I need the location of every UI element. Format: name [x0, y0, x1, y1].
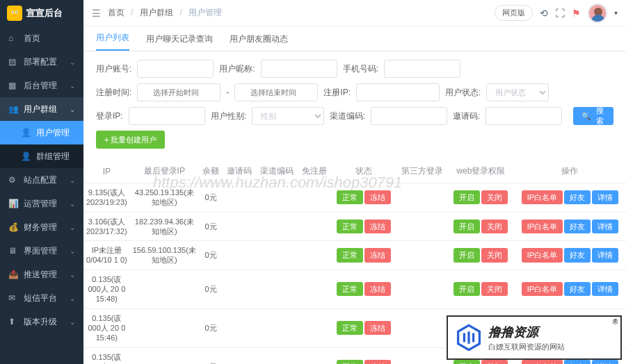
refresh-icon[interactable]: ⟲	[540, 8, 548, 19]
ipwhite-button[interactable]: IP白名单	[522, 248, 563, 262]
chevron-down-icon: ⌄	[70, 318, 75, 326]
sidebar-item-backend[interactable]: ▦后台管理⌄	[0, 74, 83, 97]
friends-button[interactable]: 好友	[564, 360, 591, 364]
account-input[interactable]	[137, 60, 214, 78]
phone-label: 手机号码:	[343, 63, 378, 75]
invite-label: 邀请码:	[453, 110, 480, 122]
breadcrumb-home[interactable]: 首页	[108, 8, 125, 17]
nickname-input[interactable]	[261, 60, 337, 78]
status-normal-button[interactable]: 正常	[337, 220, 363, 233]
regip-input[interactable]	[356, 83, 440, 101]
column-header: 邀请码	[223, 160, 255, 183]
webperm-off-button[interactable]: 关闭	[481, 190, 508, 204]
nickname-label: 用户昵称:	[219, 63, 255, 75]
status-normal-button[interactable]: 正常	[337, 360, 363, 364]
brand-text: 宣宣后台	[26, 7, 63, 19]
end-date-input[interactable]	[234, 83, 318, 101]
webperm-on-button[interactable]: 开启	[454, 360, 480, 364]
avatar-chevron-icon[interactable]: ▾	[614, 9, 618, 17]
tab[interactable]: 用户列表	[96, 26, 129, 51]
chevron-down-icon: ⌄	[70, 58, 75, 66]
sidebar-item-ui[interactable]: 🖥界面管理⌄	[0, 239, 83, 263]
status-freeze-button[interactable]: 冻结	[364, 220, 391, 233]
sidebar-item-home[interactable]: ⌂首页	[0, 26, 83, 50]
search-icon: 🔍	[581, 112, 591, 121]
friends-button[interactable]: 好友	[564, 248, 591, 262]
detail-button[interactable]: 详情	[592, 248, 618, 262]
sidebar-item-site[interactable]: ⚙站点配置⌄	[0, 168, 83, 192]
webperm-on-button[interactable]: 开启	[454, 190, 480, 204]
table-row: IP未注册 0/04/10 1 0)156.59.100.135(未知地区)0元…	[83, 241, 626, 270]
status-normal-button[interactable]: 正常	[337, 248, 363, 262]
footer-logo-icon	[454, 322, 484, 353]
webperm-on-button[interactable]: 开启	[454, 282, 480, 296]
tab[interactable]: 用户聊天记录查询	[146, 28, 213, 51]
ipwhite-button[interactable]: IP白名单	[522, 220, 563, 233]
tabs: 用户列表用户聊天记录查询用户朋友圈动态	[83, 26, 626, 51]
collapse-icon[interactable]: ☰	[92, 8, 101, 19]
sidebar-item-users[interactable]: 👥用户群组⌄	[0, 97, 83, 121]
column-header: 状态	[331, 160, 397, 183]
svg-point-2	[13, 12, 14, 13]
gender-select[interactable]: 性别	[252, 107, 324, 125]
webperm-off-button[interactable]: 关闭	[481, 220, 508, 233]
start-date-input[interactable]	[137, 83, 220, 101]
friends-button[interactable]: 好友	[564, 190, 591, 204]
ipwhite-button[interactable]: IP白名单	[522, 190, 563, 204]
sidebar: 宣宣后台 ⌂首页▤部署配置⌄▦后台管理⌄👥用户群组⌄👤用户管理👤群组管理⚙站点配…	[0, 0, 83, 364]
status-freeze-button[interactable]: 冻结	[364, 248, 391, 262]
column-header: web登录权限	[448, 160, 514, 183]
reg-mark: ®	[613, 318, 618, 326]
svg-point-3	[16, 12, 17, 13]
search-button[interactable]: 🔍搜索	[573, 107, 613, 125]
friends-button[interactable]: 好友	[564, 220, 591, 233]
status-normal-button[interactable]: 正常	[337, 321, 363, 335]
ui-icon: 🖥	[8, 246, 18, 256]
filter-panel: 用户账号: 用户昵称: 手机号码: 注册时间: - 注册IP: 用户状态: 用户…	[83, 51, 626, 160]
detail-button[interactable]: 详情	[592, 190, 618, 204]
status-label: 用户状态:	[445, 87, 481, 99]
sidebar-item-sms[interactable]: ✉短信平台⌄	[0, 286, 83, 310]
status-freeze-button[interactable]: 冻结	[364, 282, 391, 296]
sidebar-item-deploy[interactable]: ▤部署配置⌄	[0, 50, 83, 74]
site-icon: ⚙	[8, 175, 18, 185]
fullscreen-icon[interactable]: ⛶	[555, 8, 565, 19]
webperm-off-button[interactable]: 关闭	[481, 248, 508, 262]
ops-icon: 📊	[8, 199, 18, 208]
tab[interactable]: 用户朋友圈动态	[230, 28, 288, 51]
batch-create-button[interactable]: + 批量创建用户	[96, 131, 165, 149]
webperm-off-button[interactable]: 关闭	[481, 282, 508, 296]
table-header-row: IP最后登录IP余额邀请码渠道编码免注册状态第三方登录web登录权限操作	[83, 160, 626, 183]
status-normal-button[interactable]: 正常	[337, 190, 363, 204]
ipwhite-button[interactable]: IP白名单	[522, 282, 563, 296]
status-normal-button[interactable]: 正常	[337, 282, 363, 296]
column-header: 渠道编码	[256, 160, 298, 183]
alert-icon[interactable]: ⚑	[572, 8, 581, 19]
avatar[interactable]	[588, 3, 607, 23]
sidebar-item-version[interactable]: ⬆版本升级⌄	[0, 310, 83, 333]
invite-input[interactable]	[485, 107, 562, 125]
webperm-on-button[interactable]: 开启	[454, 248, 480, 262]
nav-list: ⌂首页▤部署配置⌄▦后台管理⌄👥用户群组⌄👤用户管理👤群组管理⚙站点配置⌄📊运营…	[0, 26, 83, 333]
ipwhite-button[interactable]: IP白名单	[522, 360, 563, 364]
sidebar-item-ops[interactable]: 📊运营管理⌄	[0, 192, 83, 215]
status-freeze-button[interactable]: 冻结	[364, 360, 391, 364]
channel-input[interactable]	[371, 107, 447, 125]
loginip-input[interactable]	[129, 107, 205, 125]
mode-button[interactable]: 网页版	[495, 5, 533, 21]
webperm-on-button[interactable]: 开启	[454, 220, 480, 233]
webperm-off-button[interactable]: 关闭	[481, 360, 508, 364]
detail-button[interactable]: 详情	[592, 360, 618, 364]
detail-button[interactable]: 详情	[592, 282, 618, 296]
detail-button[interactable]: 详情	[592, 220, 618, 233]
breadcrumb-group[interactable]: 用户群组	[140, 8, 173, 17]
status-select[interactable]: 用户状态	[486, 83, 549, 101]
friends-button[interactable]: 好友	[564, 282, 591, 296]
sidebar-item-push[interactable]: 📤推送管理⌄	[0, 263, 83, 286]
phone-input[interactable]	[384, 60, 460, 78]
sidebar-subitem[interactable]: 👤群组管理	[0, 144, 83, 168]
sidebar-item-finance[interactable]: 💰财务管理⌄	[0, 215, 83, 239]
status-freeze-button[interactable]: 冻结	[364, 321, 391, 335]
sidebar-subitem[interactable]: 👤用户管理	[0, 121, 83, 144]
status-freeze-button[interactable]: 冻结	[364, 190, 391, 204]
